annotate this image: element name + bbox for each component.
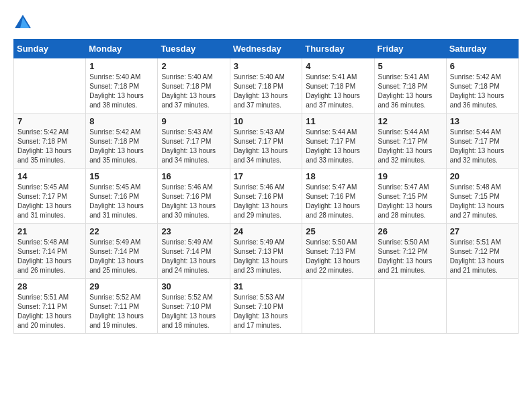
day-info: Sunrise: 5:47 AM Sunset: 7:15 PM Dayligh… xyxy=(378,183,443,220)
calendar-cell: 21Sunrise: 5:48 AM Sunset: 7:14 PM Dayli… xyxy=(14,224,86,279)
calendar-cell: 18Sunrise: 5:47 AM Sunset: 7:16 PM Dayli… xyxy=(302,169,374,224)
calendar-cell: 9Sunrise: 5:43 AM Sunset: 7:17 PM Daylig… xyxy=(158,113,230,169)
day-number: 16 xyxy=(161,171,226,181)
calendar-cell: 31Sunrise: 5:53 AM Sunset: 7:10 PM Dayli… xyxy=(230,279,302,334)
day-info: Sunrise: 5:49 AM Sunset: 7:13 PM Dayligh… xyxy=(234,238,299,275)
day-number: 26 xyxy=(378,226,443,236)
calendar-cell xyxy=(302,279,374,334)
day-info: Sunrise: 5:50 AM Sunset: 7:12 PM Dayligh… xyxy=(378,238,443,275)
day-info: Sunrise: 5:41 AM Sunset: 7:18 PM Dayligh… xyxy=(306,73,370,110)
column-header-thursday: Thursday xyxy=(302,40,374,58)
column-header-monday: Monday xyxy=(86,40,158,58)
day-info: Sunrise: 5:44 AM Sunset: 7:17 PM Dayligh… xyxy=(306,128,370,165)
calendar-cell: 25Sunrise: 5:50 AM Sunset: 7:13 PM Dayli… xyxy=(302,224,374,279)
day-number: 29 xyxy=(89,281,154,291)
day-number: 19 xyxy=(378,171,443,181)
logo xyxy=(13,13,35,32)
day-number: 21 xyxy=(17,226,82,236)
day-number: 4 xyxy=(306,61,370,71)
calendar-cell: 27Sunrise: 5:51 AM Sunset: 7:12 PM Dayli… xyxy=(446,224,518,279)
calendar-cell: 10Sunrise: 5:43 AM Sunset: 7:17 PM Dayli… xyxy=(230,113,302,169)
day-info: Sunrise: 5:51 AM Sunset: 7:12 PM Dayligh… xyxy=(450,238,515,275)
day-number: 13 xyxy=(450,116,515,126)
day-number: 17 xyxy=(234,171,299,181)
day-info: Sunrise: 5:44 AM Sunset: 7:17 PM Dayligh… xyxy=(378,128,443,165)
day-number: 3 xyxy=(234,61,299,71)
day-info: Sunrise: 5:45 AM Sunset: 7:16 PM Dayligh… xyxy=(89,183,154,220)
calendar-cell: 2Sunrise: 5:40 AM Sunset: 7:18 PM Daylig… xyxy=(158,58,230,113)
day-number: 11 xyxy=(306,116,370,126)
week-row-1: 1Sunrise: 5:40 AM Sunset: 7:18 PM Daylig… xyxy=(14,58,519,113)
day-info: Sunrise: 5:49 AM Sunset: 7:14 PM Dayligh… xyxy=(161,238,226,275)
calendar-cell: 17Sunrise: 5:46 AM Sunset: 7:16 PM Dayli… xyxy=(230,169,302,224)
day-info: Sunrise: 5:42 AM Sunset: 7:18 PM Dayligh… xyxy=(17,128,82,165)
calendar-cell: 12Sunrise: 5:44 AM Sunset: 7:17 PM Dayli… xyxy=(374,113,446,169)
calendar-cell: 7Sunrise: 5:42 AM Sunset: 7:18 PM Daylig… xyxy=(14,113,86,169)
day-number: 1 xyxy=(89,61,154,71)
day-info: Sunrise: 5:40 AM Sunset: 7:18 PM Dayligh… xyxy=(161,73,226,110)
day-info: Sunrise: 5:51 AM Sunset: 7:11 PM Dayligh… xyxy=(17,293,82,330)
day-info: Sunrise: 5:43 AM Sunset: 7:17 PM Dayligh… xyxy=(234,128,299,165)
day-number: 7 xyxy=(17,116,82,126)
calendar-cell: 30Sunrise: 5:52 AM Sunset: 7:10 PM Dayli… xyxy=(158,279,230,334)
calendar-cell: 11Sunrise: 5:44 AM Sunset: 7:17 PM Dayli… xyxy=(302,113,374,169)
calendar-cell: 26Sunrise: 5:50 AM Sunset: 7:12 PM Dayli… xyxy=(374,224,446,279)
day-number: 5 xyxy=(378,61,443,71)
day-number: 20 xyxy=(450,171,515,181)
calendar-cell: 22Sunrise: 5:49 AM Sunset: 7:14 PM Dayli… xyxy=(86,224,158,279)
column-header-friday: Friday xyxy=(374,40,446,58)
day-number: 22 xyxy=(89,226,154,236)
calendar-cell xyxy=(374,279,446,334)
calendar-cell: 14Sunrise: 5:45 AM Sunset: 7:17 PM Dayli… xyxy=(14,169,86,224)
calendar-cell: 29Sunrise: 5:52 AM Sunset: 7:11 PM Dayli… xyxy=(86,279,158,334)
day-number: 27 xyxy=(450,226,515,236)
calendar-header-row: SundayMondayTuesdayWednesdayThursdayFrid… xyxy=(14,40,519,58)
calendar-cell: 4Sunrise: 5:41 AM Sunset: 7:18 PM Daylig… xyxy=(302,58,374,113)
day-info: Sunrise: 5:52 AM Sunset: 7:10 PM Dayligh… xyxy=(161,293,226,330)
column-header-wednesday: Wednesday xyxy=(230,40,302,58)
calendar-cell xyxy=(446,279,518,334)
day-info: Sunrise: 5:50 AM Sunset: 7:13 PM Dayligh… xyxy=(306,238,370,275)
calendar-cell: 8Sunrise: 5:42 AM Sunset: 7:18 PM Daylig… xyxy=(86,113,158,169)
calendar-cell: 20Sunrise: 5:48 AM Sunset: 7:15 PM Dayli… xyxy=(446,169,518,224)
day-info: Sunrise: 5:42 AM Sunset: 7:18 PM Dayligh… xyxy=(89,128,154,165)
day-number: 24 xyxy=(234,226,299,236)
day-info: Sunrise: 5:48 AM Sunset: 7:15 PM Dayligh… xyxy=(450,183,515,220)
calendar-cell: 3Sunrise: 5:40 AM Sunset: 7:18 PM Daylig… xyxy=(230,58,302,113)
day-number: 8 xyxy=(89,116,154,126)
week-row-3: 14Sunrise: 5:45 AM Sunset: 7:17 PM Dayli… xyxy=(14,169,519,224)
calendar-cell: 13Sunrise: 5:44 AM Sunset: 7:17 PM Dayli… xyxy=(446,113,518,169)
day-info: Sunrise: 5:41 AM Sunset: 7:18 PM Dayligh… xyxy=(378,73,443,110)
day-number: 30 xyxy=(161,281,226,291)
day-info: Sunrise: 5:46 AM Sunset: 7:16 PM Dayligh… xyxy=(234,183,299,220)
calendar-cell: 6Sunrise: 5:42 AM Sunset: 7:18 PM Daylig… xyxy=(446,58,518,113)
day-info: Sunrise: 5:44 AM Sunset: 7:17 PM Dayligh… xyxy=(450,128,515,165)
day-number: 10 xyxy=(234,116,299,126)
day-number: 18 xyxy=(306,171,370,181)
calendar-cell: 5Sunrise: 5:41 AM Sunset: 7:18 PM Daylig… xyxy=(374,58,446,113)
week-row-5: 28Sunrise: 5:51 AM Sunset: 7:11 PM Dayli… xyxy=(14,279,519,334)
calendar-cell: 15Sunrise: 5:45 AM Sunset: 7:16 PM Dayli… xyxy=(86,169,158,224)
calendar-cell: 16Sunrise: 5:46 AM Sunset: 7:16 PM Dayli… xyxy=(158,169,230,224)
day-info: Sunrise: 5:42 AM Sunset: 7:18 PM Dayligh… xyxy=(450,73,515,110)
calendar-cell: 1Sunrise: 5:40 AM Sunset: 7:18 PM Daylig… xyxy=(86,58,158,113)
day-number: 12 xyxy=(378,116,443,126)
day-number: 28 xyxy=(17,281,82,291)
logo-icon xyxy=(13,13,32,32)
day-info: Sunrise: 5:49 AM Sunset: 7:14 PM Dayligh… xyxy=(89,238,154,275)
day-info: Sunrise: 5:40 AM Sunset: 7:18 PM Dayligh… xyxy=(89,73,154,110)
day-number: 15 xyxy=(89,171,154,181)
day-info: Sunrise: 5:46 AM Sunset: 7:16 PM Dayligh… xyxy=(161,183,226,220)
day-info: Sunrise: 5:48 AM Sunset: 7:14 PM Dayligh… xyxy=(17,238,82,275)
day-info: Sunrise: 5:45 AM Sunset: 7:17 PM Dayligh… xyxy=(17,183,82,220)
calendar-cell: 19Sunrise: 5:47 AM Sunset: 7:15 PM Dayli… xyxy=(374,169,446,224)
column-header-tuesday: Tuesday xyxy=(158,40,230,58)
day-number: 23 xyxy=(161,226,226,236)
column-header-saturday: Saturday xyxy=(446,40,518,58)
week-row-4: 21Sunrise: 5:48 AM Sunset: 7:14 PM Dayli… xyxy=(14,224,519,279)
day-number: 6 xyxy=(450,61,515,71)
day-number: 31 xyxy=(234,281,299,291)
calendar-cell xyxy=(14,58,86,113)
day-number: 9 xyxy=(161,116,226,126)
day-number: 14 xyxy=(17,171,82,181)
